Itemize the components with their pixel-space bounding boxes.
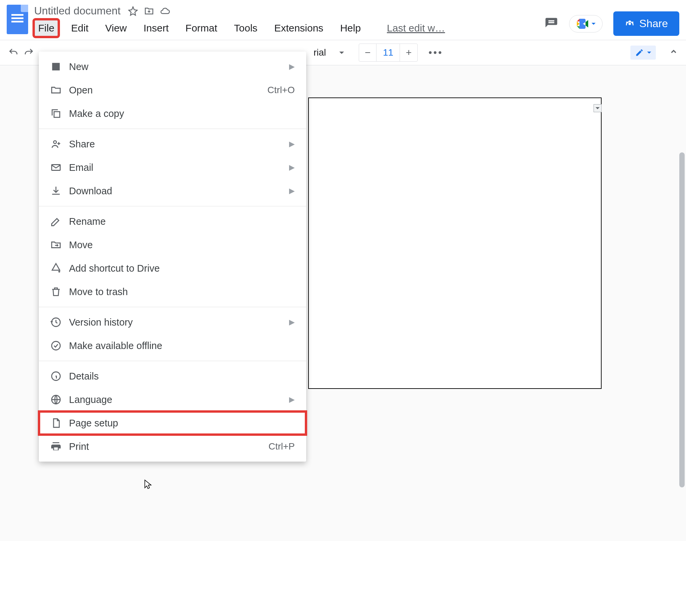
shortcut-drive-icon [50, 263, 62, 274]
menubar: File Edit View Insert Format Tools Exten… [34, 20, 544, 37]
share-button[interactable]: Share [613, 12, 679, 36]
menu-item-label: Email [69, 162, 93, 173]
menu-file[interactable]: File [34, 20, 58, 37]
file-menu-print[interactable]: Print Ctrl+P [39, 435, 306, 458]
submenu-arrow-icon: ▶ [289, 163, 295, 172]
vertical-scrollbar[interactable] [679, 152, 685, 487]
menu-item-label: Make available offline [69, 340, 162, 351]
menu-separator [39, 206, 306, 206]
file-menu-rename[interactable]: Rename [39, 210, 306, 233]
menu-item-label: Share [69, 139, 95, 150]
document-title[interactable]: Untitled document [34, 5, 120, 17]
menu-view[interactable]: View [101, 20, 131, 37]
svg-point-1 [53, 141, 57, 144]
font-family-value: rial [313, 47, 326, 58]
file-menu-page-setup[interactable]: Page setup [39, 411, 306, 435]
menu-item-label: Version history [69, 317, 133, 328]
file-menu-dropdown: New ▶ Open Ctrl+O Make a copy Share ▶ Em… [39, 51, 306, 462]
globe-icon [50, 394, 62, 405]
menu-item-label: Page setup [69, 418, 118, 429]
copy-icon [50, 108, 62, 119]
move-folder-icon[interactable] [144, 6, 154, 16]
menu-tools[interactable]: Tools [230, 20, 262, 37]
star-icon[interactable] [128, 6, 138, 16]
document-page[interactable] [308, 97, 602, 389]
docs-logo-icon[interactable] [7, 5, 28, 34]
comment-history-icon[interactable] [544, 17, 558, 31]
font-family-dropdown[interactable]: rial [313, 47, 344, 58]
file-menu-version-history[interactable]: Version history ▶ [39, 310, 306, 334]
svg-rect-0 [54, 112, 60, 117]
person-add-icon [50, 138, 62, 150]
file-menu-trash[interactable]: Move to trash [39, 280, 306, 304]
font-size-value[interactable]: 11 [376, 44, 400, 61]
menu-item-label: Rename [69, 216, 106, 227]
font-size-decrease[interactable]: − [359, 44, 376, 61]
menu-item-label: New [69, 61, 88, 72]
menu-help[interactable]: Help [336, 20, 365, 37]
title-area: Untitled document File Edit View Insert … [34, 5, 544, 37]
last-edit-link[interactable]: Last edit w… [387, 22, 445, 34]
page-tab-handle[interactable] [594, 104, 602, 112]
menu-item-label: Open [69, 85, 93, 96]
menu-item-label: Print [69, 441, 89, 452]
menu-extensions[interactable]: Extensions [270, 20, 328, 37]
menu-item-label: Move [69, 240, 93, 250]
file-menu-move[interactable]: Move [39, 233, 306, 257]
submenu-arrow-icon: ▶ [289, 186, 295, 195]
file-menu-new[interactable]: New ▶ [39, 55, 306, 79]
print-icon [50, 441, 62, 452]
menu-separator [39, 307, 306, 307]
file-menu-download[interactable]: Download ▶ [39, 179, 306, 203]
file-menu-add-shortcut[interactable]: Add shortcut to Drive [39, 257, 306, 280]
rename-icon [50, 216, 62, 227]
menu-item-label: Move to trash [69, 286, 128, 298]
doc-icon [50, 61, 62, 72]
pencil-icon [635, 48, 644, 57]
menu-insert[interactable]: Insert [140, 20, 173, 37]
submenu-arrow-icon: ▶ [289, 62, 295, 71]
svg-point-3 [51, 341, 60, 350]
toolbar-overflow-icon[interactable]: ••• [428, 47, 443, 58]
title-bar: Untitled document File Edit View Insert … [0, 0, 686, 37]
collapse-toolbar-icon[interactable] [669, 47, 678, 58]
menu-item-shortcut: Ctrl+P [268, 441, 295, 452]
email-icon [50, 162, 62, 173]
file-menu-offline[interactable]: Make available offline [39, 334, 306, 357]
menu-item-shortcut: Ctrl+O [267, 85, 295, 95]
file-menu-details[interactable]: Details [39, 365, 306, 388]
submenu-arrow-icon: ▶ [289, 395, 295, 404]
header-right: Share [544, 12, 679, 36]
page-icon [50, 417, 62, 429]
undo-icon[interactable] [8, 47, 19, 58]
info-icon [50, 371, 62, 382]
share-button-label: Share [639, 17, 668, 30]
submenu-arrow-icon: ▶ [289, 318, 295, 327]
menu-format[interactable]: Format [181, 20, 221, 37]
menu-item-label: Language [69, 394, 112, 405]
meet-icon [576, 19, 588, 29]
file-menu-language[interactable]: Language ▶ [39, 388, 306, 411]
menu-item-label: Add shortcut to Drive [69, 263, 160, 274]
menu-item-label: Make a copy [69, 108, 124, 119]
file-menu-open[interactable]: Open Ctrl+O [39, 79, 306, 102]
font-size-increase[interactable]: + [400, 44, 417, 61]
submenu-arrow-icon: ▶ [289, 140, 295, 148]
history-icon [50, 316, 62, 328]
editing-mode-dropdown[interactable] [630, 46, 656, 60]
download-icon [50, 185, 62, 197]
cloud-status-icon[interactable] [160, 6, 170, 16]
file-menu-share[interactable]: Share ▶ [39, 132, 306, 156]
file-menu-make-copy[interactable]: Make a copy [39, 102, 306, 125]
menu-separator [39, 129, 306, 129]
file-menu-email[interactable]: Email ▶ [39, 156, 306, 179]
move-icon [50, 239, 62, 250]
meet-button[interactable] [569, 15, 603, 32]
menu-separator [39, 361, 306, 361]
mouse-cursor-icon [144, 479, 153, 490]
trash-icon [50, 286, 62, 298]
menu-edit[interactable]: Edit [67, 20, 92, 37]
redo-icon[interactable] [23, 47, 34, 58]
chevron-down-icon [339, 51, 344, 56]
offline-icon [50, 340, 62, 351]
